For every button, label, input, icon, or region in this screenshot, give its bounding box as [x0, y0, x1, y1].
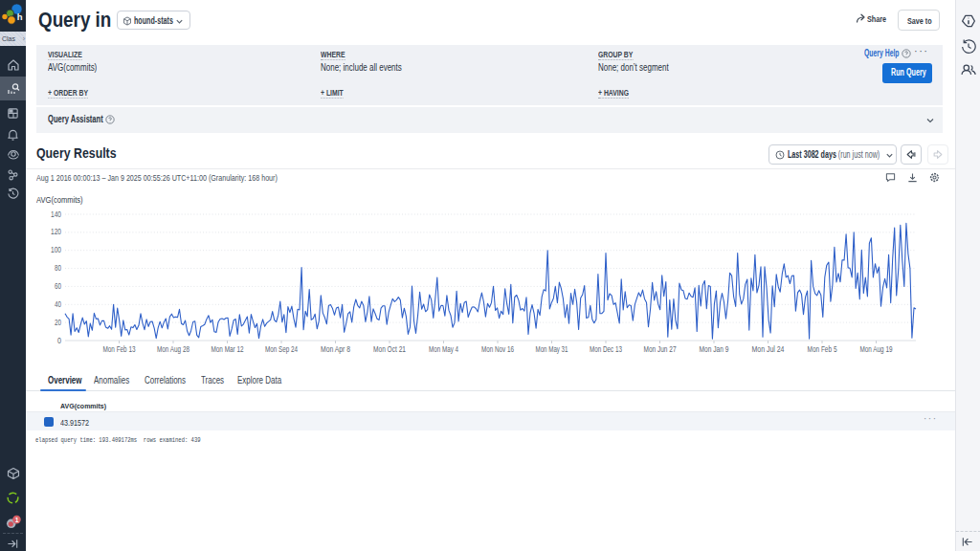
svg-text:Mon Sep 24: Mon Sep 24 — [265, 344, 298, 354]
svg-text:h: h — [17, 11, 23, 22]
svg-text:140: 140 — [51, 209, 61, 219]
svg-text:Mon Feb 13: Mon Feb 13 — [103, 344, 136, 354]
svg-text:20: 20 — [55, 318, 61, 327]
svg-text:Mon Aug 28: Mon Aug 28 — [157, 344, 189, 354]
svg-text:Mon May 4: Mon May 4 — [429, 344, 458, 354]
svg-text:Mon Oct 21: Mon Oct 21 — [373, 344, 406, 354]
svg-text:Mon Feb 5: Mon Feb 5 — [808, 344, 837, 354]
svg-text:Mon Aug 19: Mon Aug 19 — [860, 344, 893, 354]
svg-text:Mon Nov 16: Mon Nov 16 — [481, 344, 514, 354]
svg-text:Mon Dec 13: Mon Dec 13 — [590, 344, 622, 354]
svg-text:80: 80 — [55, 263, 61, 273]
svg-text:Mon Jul 24: Mon Jul 24 — [752, 344, 785, 354]
svg-text:40: 40 — [55, 299, 61, 309]
svg-text:120: 120 — [51, 227, 61, 236]
svg-text:Mon Mar 12: Mon Mar 12 — [212, 344, 244, 354]
svg-text:100: 100 — [51, 245, 61, 254]
svg-text:60: 60 — [55, 281, 61, 291]
svg-text:Mon May 31: Mon May 31 — [536, 344, 568, 354]
svg-text:Mon Apr 8: Mon Apr 8 — [321, 344, 350, 354]
svg-text:Mon Jan 9: Mon Jan 9 — [700, 344, 729, 354]
svg-text:1: 1 — [14, 516, 18, 522]
svg-text:Mon Jun 27: Mon Jun 27 — [644, 344, 677, 354]
svg-text:0: 0 — [57, 336, 61, 345]
